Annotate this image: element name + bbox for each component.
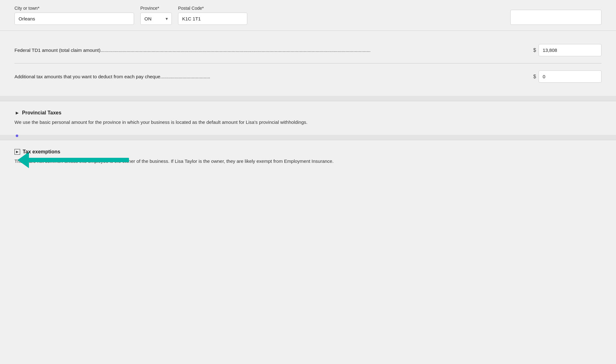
tax-exemptions-header: ▶ Tax exemptions [14, 149, 602, 155]
dollar-sign-td1: $ [533, 47, 536, 53]
additional-input-group: $ [533, 70, 602, 83]
provincial-taxes-section: ▶ Provincial Taxes We use the basic pers… [0, 101, 616, 135]
mid-divider [14, 63, 602, 63]
dot-indicator [16, 135, 18, 137]
address-section: City or town* Province* ON AB BC MB NB N… [0, 0, 616, 30]
province-field-group: Province* ON AB BC MB NB NL NS PE QC SK [140, 6, 172, 25]
address-row: City or town* Province* ON AB BC MB NB N… [14, 6, 602, 30]
page-wrapper: City or town* Province* ON AB BC MB NB N… [0, 0, 616, 364]
tax-exemptions-section: ▶ Tax exemptions These are not common un… [0, 140, 616, 174]
city-label: City or town* [14, 6, 134, 11]
tax-exemptions-toggle[interactable]: ▶ [14, 149, 20, 155]
right-blank-box [510, 10, 602, 25]
additional-tax-row: Additional tax amounts that you want to … [14, 66, 602, 87]
federal-section: Federal TD1 amount (total claim amount).… [0, 31, 616, 96]
additional-amount-input[interactable] [539, 70, 602, 83]
provincial-description: We use the basic personal amount for the… [14, 119, 602, 126]
dollar-sign-additional: $ [533, 74, 536, 80]
provincial-toggle[interactable]: ▶ [14, 110, 20, 115]
postal-input[interactable] [178, 13, 247, 25]
td1-label: Federal TD1 amount (total claim amount).… [14, 47, 533, 53]
tax-exemptions-title: Tax exemptions [23, 149, 60, 155]
arrow-body [28, 158, 129, 162]
province-label: Province* [140, 6, 172, 11]
td1-input-group: $ [533, 44, 602, 56]
provincial-header: ▶ Provincial Taxes [14, 110, 602, 116]
province-select-wrapper: ON AB BC MB NB NL NS PE QC SK ▼ [140, 13, 172, 25]
postal-label: Postal Code* [178, 6, 247, 11]
gray-band-1 [0, 96, 616, 101]
td1-row: Federal TD1 amount (total claim amount).… [14, 40, 602, 61]
arrow-annotation [28, 158, 129, 162]
provincial-title: Provincial Taxes [22, 110, 61, 116]
postal-field-group: Postal Code* [178, 6, 247, 25]
province-select[interactable]: ON AB BC MB NB NL NS PE QC SK [140, 13, 172, 25]
city-input[interactable] [14, 13, 134, 25]
gray-band-2 [0, 135, 616, 140]
td1-amount-input[interactable] [539, 44, 602, 56]
additional-tax-label: Additional tax amounts that you want to … [14, 74, 533, 79]
city-field-group: City or town* [14, 6, 134, 25]
